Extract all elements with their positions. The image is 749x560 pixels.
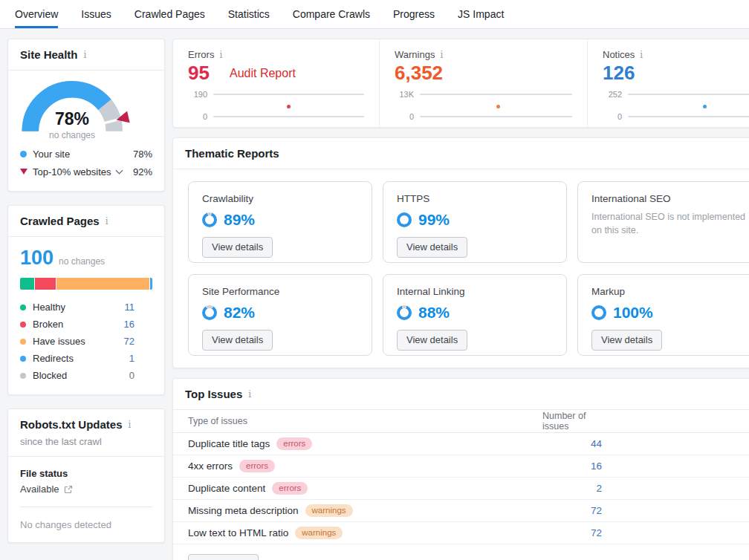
thematic-card-https: HTTPS 99% View details [383, 181, 567, 263]
warnings-badge: warnings [305, 504, 353, 517]
tab-overview[interactable]: Overview [15, 0, 58, 28]
view-details-button[interactable]: View details [397, 237, 467, 258]
tab-issues[interactable]: Issues [81, 0, 111, 28]
thematic-grid: Crawlability 89% View details HTTPS 99% … [188, 181, 749, 356]
info-icon[interactable] [106, 216, 108, 227]
legend-top10-websites[interactable]: Top-10% websites 92% [20, 163, 152, 180]
gray-dot-icon [20, 373, 26, 379]
blue-dot-icon [20, 151, 27, 157]
issue-count-link[interactable]: 2 [542, 483, 602, 494]
progress-ring-icon [202, 212, 217, 227]
top-issues-title: Top Issues [185, 388, 242, 400]
file-status-link[interactable]: Available [20, 484, 152, 495]
y-axis-min: 0 [395, 112, 414, 121]
site-health-title: Site Health [20, 48, 78, 61]
view-details-button[interactable]: View details [202, 237, 273, 258]
errors-badge: errors [272, 482, 308, 495]
errors-label: Errors [188, 49, 214, 60]
tab-progress[interactable]: Progress [393, 0, 435, 28]
thematic-card-site-performance: Site Performance 82% View details [188, 274, 372, 356]
thematic-title: Thematic Reports [185, 147, 279, 160]
gridline [213, 94, 364, 95]
legend-count-link[interactable]: 16 [124, 319, 134, 330]
info-icon[interactable] [440, 50, 443, 60]
external-link-icon [64, 485, 73, 494]
warnings-value[interactable]: 6,352 [395, 62, 572, 85]
notices-value[interactable]: 126 [603, 62, 749, 85]
crawled-change: no changes [59, 256, 105, 267]
crawled-pages-card: Crawled Pages 100 no changes Hea [7, 205, 165, 395]
tab-js-impact[interactable]: JS Impact [458, 0, 504, 28]
blue-dot-icon [20, 356, 26, 362]
robots-header: Robots.txt Updates since the last crawl [8, 409, 164, 457]
issue-label: Duplicate title tags [188, 438, 270, 449]
thematic-card-title: Site Performance [202, 286, 358, 297]
legend-count-link[interactable]: 1 [129, 353, 134, 364]
thematic-card-title: Internal Linking [397, 286, 553, 297]
thematic-card-title: International SEO [591, 193, 748, 204]
issue-row: 4xx errors errors 16 [173, 455, 749, 478]
errors-data-point [287, 105, 291, 108]
red-dot-icon [20, 322, 26, 328]
top10-label: Top-10% websites [33, 166, 111, 178]
legend-row-broken: Broken 16 [20, 316, 152, 333]
progress-ring-icon [202, 305, 217, 320]
tab-statistics[interactable]: Statistics [228, 0, 270, 28]
thematic-card-title: Markup [591, 286, 748, 297]
gridline [628, 94, 749, 95]
issue-label: Duplicate content [188, 483, 265, 494]
notices-label: Notices [603, 49, 635, 60]
legend-label: Blocked [33, 370, 67, 381]
legend-row-blocked: Blocked 0 [20, 367, 152, 384]
progress-ring-icon [591, 305, 606, 320]
legend-row-have-issues: Have issues 72 [20, 333, 152, 350]
view-details-button[interactable]: View details [202, 330, 273, 351]
issue-row: Duplicate title tags errors 44 [173, 433, 749, 455]
view-details-button[interactable]: View details [188, 554, 259, 560]
errors-badge: errors [239, 460, 275, 472]
top-nav: Overview Issues Crawled Pages Statistics… [0, 0, 749, 29]
issue-count-link[interactable]: 16 [542, 460, 602, 472]
y-axis-max: 252 [603, 90, 622, 99]
site-health-card: Site Health 78% no changes Your s [7, 39, 165, 192]
legend-count-link[interactable]: 11 [125, 302, 135, 313]
view-details-button[interactable]: View details [397, 330, 467, 351]
info-icon[interactable] [248, 389, 251, 400]
issue-label: 4xx errors [188, 460, 233, 472]
main-content: Errors 95 Audit Report 190 0 [172, 39, 749, 560]
gridline [213, 116, 364, 117]
issue-count-link[interactable]: 72 [542, 505, 602, 516]
thematic-card-title: HTTPS [397, 193, 553, 204]
crawled-total: 100 [20, 247, 54, 270]
legend-row-redirects: Redirects 1 [20, 350, 152, 367]
y-axis-min: 0 [188, 112, 207, 121]
crawled-pages-header: Crawled Pages [8, 206, 164, 237]
site-health-legend: Your site 78% Top-10% websites 92% [8, 137, 164, 191]
crawled-stacked-bar [20, 278, 152, 290]
robots-subtitle: since the last crawl [20, 436, 152, 447]
legend-count-link[interactable]: 72 [124, 336, 134, 347]
tab-compare-crawls[interactable]: Compare Crawls [293, 0, 370, 28]
y-axis-min: 0 [603, 112, 622, 121]
view-details-button[interactable]: View details [591, 330, 662, 351]
green-dot-icon [20, 305, 26, 310]
col-type-of-issues: Type of issues [188, 416, 247, 426]
warnings-label: Warnings [395, 49, 435, 60]
info-icon[interactable] [219, 50, 222, 60]
chevron-down-icon[interactable] [115, 167, 123, 175]
issue-count-link[interactable]: 44 [542, 438, 602, 449]
info-icon[interactable] [640, 50, 643, 60]
orange-dot-icon [20, 339, 26, 345]
thematic-score: 88% [418, 304, 450, 322]
issue-count-link[interactable]: 72 [542, 527, 602, 538]
top10-value: 92% [133, 166, 152, 178]
file-status-value: Available [20, 484, 59, 495]
legend-label: Healthy [33, 302, 65, 313]
tab-crawled-pages[interactable]: Crawled Pages [134, 0, 205, 28]
errors-badge: errors [276, 437, 312, 450]
thematic-header: Thematic Reports [173, 138, 749, 169]
notices-data-point [703, 105, 707, 108]
info-icon[interactable] [129, 420, 132, 430]
info-icon[interactable] [84, 50, 87, 60]
robots-title: Robots.txt Updates [20, 418, 123, 431]
